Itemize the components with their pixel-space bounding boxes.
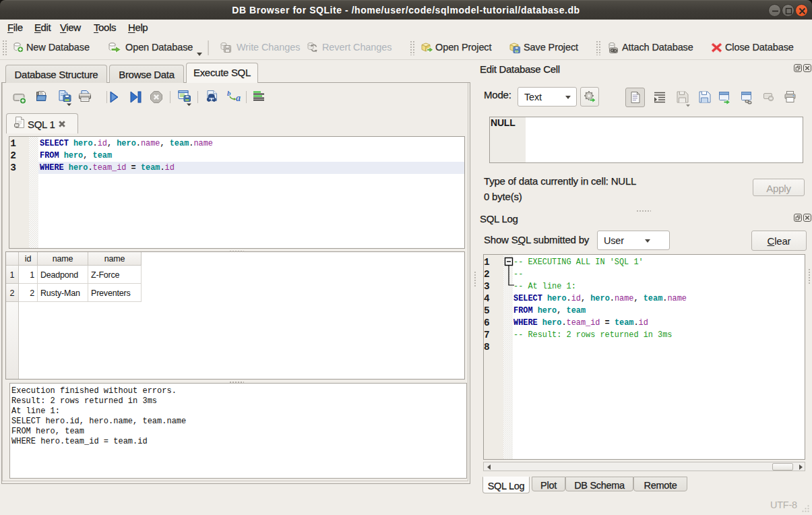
svg-text:b: b (227, 89, 231, 97)
svg-text:a: a (236, 93, 241, 103)
